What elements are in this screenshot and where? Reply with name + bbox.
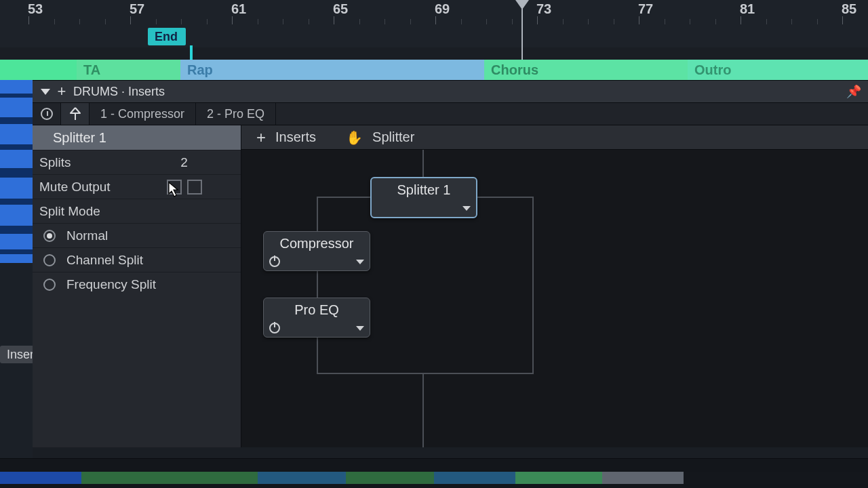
ruler-minor-tick — [690, 19, 690, 24]
ruler-minor-tick — [791, 19, 792, 24]
navigator-segment[interactable] — [602, 472, 684, 484]
svg-rect-1 — [0, 94, 33, 98]
node-splitter-1-title: Splitter 1 — [372, 178, 476, 199]
splits-row[interactable]: Splits 2 — [33, 150, 241, 174]
node-pro-eq-title: Pro EQ — [264, 298, 370, 319]
marker-lane[interactable]: End — [0, 24, 868, 47]
ruler-number: 61 — [231, 1, 246, 17]
arrangement-clip[interactable]: Outro — [688, 60, 868, 80]
node-splitter-1[interactable]: Splitter 1 — [370, 177, 477, 218]
svg-rect-6 — [0, 226, 33, 234]
marker-end[interactable]: End — [148, 28, 186, 45]
navigator-segment[interactable] — [515, 472, 602, 484]
arrangement-clip[interactable]: TA — [77, 60, 180, 80]
ruler-minor-tick — [181, 19, 182, 24]
ruler-minor-tick — [207, 19, 208, 24]
mute-output-label: Mute Output — [33, 180, 127, 195]
add-inserts-label: Inserts — [275, 129, 316, 145]
ruler-minor-tick — [461, 19, 462, 24]
hand-icon: ✋ — [346, 129, 363, 146]
ruler-minor-tick — [715, 19, 716, 24]
ruler-number: 53 — [28, 1, 43, 17]
mute-output-check-2[interactable] — [187, 180, 202, 195]
ruler-minor-tick — [588, 19, 589, 24]
timeline-ruler[interactable]: 535761656973778185 — [0, 0, 868, 24]
ruler-minor-tick — [359, 19, 360, 24]
chevron-down-icon[interactable] — [356, 260, 364, 264]
routing-icon[interactable] — [61, 103, 90, 125]
panel-tabbar: 1 - Compressor 2 - Pro EQ — [33, 102, 868, 125]
chevron-down-icon[interactable] — [462, 206, 471, 211]
mute-output-row[interactable]: Mute Output — [33, 174, 241, 199]
split-mode-option[interactable]: Channel Split — [33, 247, 241, 272]
split-mode-option[interactable]: Frequency Split — [33, 272, 241, 296]
ruler-tick — [334, 16, 334, 24]
navigator-segment[interactable] — [0, 472, 81, 484]
ruler-minor-tick — [283, 19, 283, 24]
navigator-segment[interactable] — [81, 472, 170, 484]
add-splitter-label: Splitter — [372, 129, 414, 145]
split-mode-option-label: Frequency Split — [66, 277, 156, 292]
arrangement-clip[interactable] — [0, 60, 77, 80]
radio-icon[interactable] — [43, 279, 56, 291]
radio-icon[interactable] — [43, 254, 56, 266]
add-insert-icon[interactable]: + — [53, 83, 71, 100]
ruler-minor-tick — [79, 19, 80, 24]
ruler-tick — [842, 16, 843, 24]
navigator-segment[interactable] — [258, 472, 346, 484]
ruler-tick — [232, 16, 233, 24]
split-mode-option[interactable]: Normal — [33, 223, 241, 247]
arrangement-clip[interactable]: Rap — [180, 60, 484, 80]
navigator-segment[interactable] — [684, 472, 868, 484]
route-area[interactable]: Splitter 1 Compressor Pro EQ — [241, 150, 868, 447]
splits-value[interactable]: 2 — [127, 155, 241, 170]
node-pro-eq[interactable]: Pro EQ — [263, 298, 370, 338]
ruler-tick — [435, 16, 436, 24]
navigator-segment[interactable] — [170, 472, 258, 484]
pin-icon[interactable]: 📌 — [846, 84, 861, 99]
history-icon[interactable] — [33, 103, 61, 125]
radio-icon[interactable] — [43, 230, 56, 242]
property-title[interactable]: Splitter 1 — [33, 125, 241, 150]
ruler-minor-tick — [563, 19, 564, 24]
ruler-minor-tick — [665, 19, 665, 24]
canvas-toolbar: + Inserts ✋ Splitter — [241, 125, 868, 150]
svg-rect-7 — [0, 249, 33, 254]
ruler-tick — [741, 16, 741, 24]
arrangement-clip[interactable]: Chorus — [484, 60, 688, 80]
ruler-tick — [130, 16, 131, 24]
ruler-number: 57 — [130, 1, 144, 17]
splits-label: Splits — [33, 155, 127, 170]
ruler-number: 73 — [536, 1, 551, 17]
chevron-down-icon[interactable] — [356, 326, 364, 331]
ruler-minor-tick — [512, 19, 513, 24]
node-compressor-title: Compressor — [264, 232, 370, 253]
tab-pro-eq[interactable]: 2 - Pro EQ — [196, 103, 276, 125]
ruler-number: 81 — [740, 1, 755, 17]
svg-rect-3 — [0, 144, 33, 150]
routing-canvas[interactable]: + Inserts ✋ Splitter Splitter 1 — [241, 125, 868, 447]
svg-rect-4 — [0, 168, 33, 178]
ruler-minor-tick — [817, 19, 818, 24]
power-icon[interactable] — [269, 256, 280, 267]
ruler-minor-tick — [156, 19, 157, 24]
add-splitter-button[interactable]: ✋ Splitter — [331, 125, 429, 149]
node-compressor[interactable]: Compressor — [263, 231, 370, 271]
navigator-segment[interactable] — [434, 472, 515, 484]
navigator-strip[interactable] — [0, 458, 868, 488]
ruler-minor-tick — [54, 19, 55, 24]
ruler-number: 65 — [333, 1, 348, 17]
mute-output-check-1[interactable] — [167, 180, 182, 195]
arrangement-clips[interactable]: TARapChorusOutro — [0, 60, 868, 80]
inserts-panel: + DRUMS · Inserts 📌 1 - Compressor 2 - P… — [33, 80, 868, 447]
ruler-minor-tick — [105, 19, 106, 24]
tab-compressor[interactable]: 1 - Compressor — [90, 103, 196, 125]
add-inserts-button[interactable]: + Inserts — [241, 125, 331, 149]
panel-header[interactable]: + DRUMS · Inserts 📌 — [33, 81, 868, 102]
ruler-number: 85 — [842, 1, 856, 17]
collapse-icon[interactable] — [38, 89, 53, 95]
ruler-minor-tick — [614, 19, 614, 24]
power-icon[interactable] — [269, 323, 280, 333]
ruler-minor-tick — [384, 19, 385, 24]
navigator-segment[interactable] — [346, 472, 434, 484]
